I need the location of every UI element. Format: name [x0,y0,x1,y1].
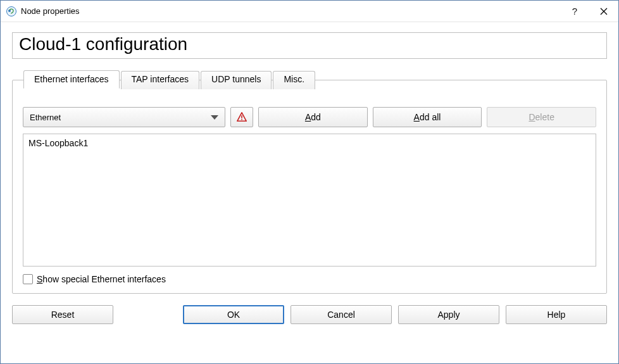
add-button[interactable]: Add [258,107,368,127]
delete-button-label-rest: elete [535,112,554,122]
toolbar-row: Ethernet Add Add all Delet [23,107,596,127]
interfaces-listbox[interactable]: MS-Loopback1 [23,134,596,267]
show-special-checkbox[interactable] [23,274,33,284]
warning-button[interactable] [230,107,253,127]
window-title: Node properties [21,6,80,16]
app-icon [6,6,17,17]
tab-ethernet-interfaces[interactable]: Ethernet interfaces [23,70,120,89]
tab-misc[interactable]: Misc. [273,71,315,89]
add-all-button-label-rest: dd all [420,112,441,122]
footer-buttons: Reset OK Cancel Apply Help [12,305,607,324]
delete-button: Delete [487,107,596,127]
tab-panel: Ethernet Add Add all Delet [12,80,607,294]
tab-tap-interfaces[interactable]: TAP interfaces [121,71,200,89]
interface-combo-value: Ethernet [30,113,61,122]
show-special-label: Show special Ethernet interfaces [37,274,166,284]
apply-button[interactable]: Apply [398,305,499,324]
svg-rect-3 [241,119,242,120]
show-special-row: Show special Ethernet interfaces [23,274,596,284]
titlebar: Node properties ? [1,1,618,22]
reset-button[interactable]: Reset [12,305,113,324]
add-button-label-rest: dd [311,112,321,122]
help-button[interactable]: Help [506,305,607,324]
cancel-button[interactable]: Cancel [291,305,392,324]
svg-point-0 [7,6,16,16]
page-title: Cloud-1 configuration [19,34,600,54]
ok-button[interactable]: OK [183,305,284,324]
list-item[interactable]: MS-Loopback1 [27,137,592,149]
chevron-down-icon [211,115,218,120]
add-all-button[interactable]: Add all [373,107,482,127]
add-all-button-mnemonic: A [414,112,420,122]
warning-triangle-icon [236,111,247,123]
interface-combo[interactable]: Ethernet [23,107,225,127]
tab-strip: Ethernet interfaces TAP interfaces UDP t… [23,70,316,89]
tab-udp-tunnels[interactable]: UDP tunnels [201,71,272,89]
delete-button-mnemonic: D [528,112,535,122]
tab-container: Ethernet interfaces TAP interfaces UDP t… [12,70,607,294]
add-button-mnemonic: A [305,112,311,122]
dialog-body: Cloud-1 configuration Ethernet interface… [1,22,618,333]
header-box: Cloud-1 configuration [12,32,607,59]
titlebar-help-button[interactable]: ? [560,1,589,22]
titlebar-close-button[interactable] [589,1,618,22]
svg-rect-2 [241,115,242,118]
